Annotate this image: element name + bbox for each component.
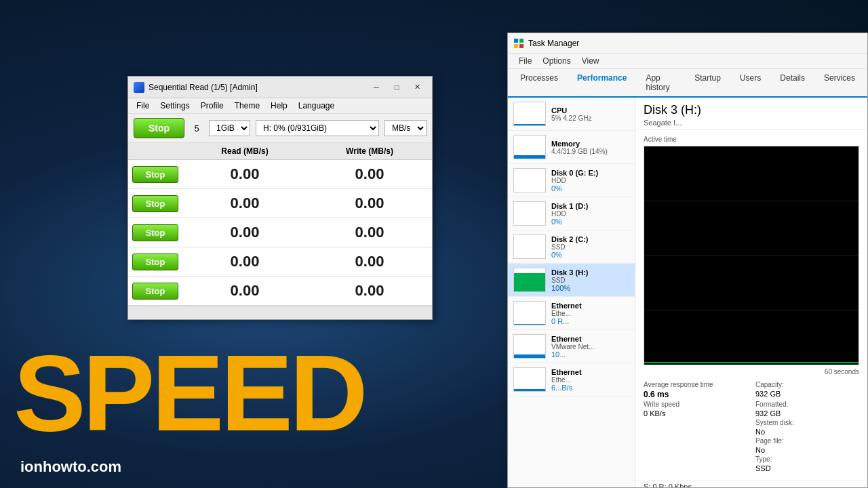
cdm-column-headers: Read (MB/s) Write (MB/s) [128,143,432,160]
sidebar-item-disk1[interactable]: Disk 1 (D:) HDD 0% [508,197,635,230]
cdm-app-icon [134,82,144,93]
cdm-window: Sequential Read (1/5) [Admin] ─ □ ✕ File… [127,76,433,320]
cdm-title: Sequential Read (1/5) [Admin] [149,83,367,92]
cdm-stop-button-4[interactable]: Stop [132,283,178,300]
cdm-read-value-4: 0.00 [182,277,307,305]
cdm-menu-help[interactable]: Help [265,100,293,112]
cdm-stop-button-2[interactable]: Stop [132,224,178,241]
cdm-maximize-button[interactable]: □ [387,81,406,94]
tm-window: Task Manager File Options View Processes… [507,33,868,488]
cdm-minimize-button[interactable]: ─ [367,81,386,94]
eth3-pct: 6...B/s [551,384,629,392]
tm-stat-avg-resp-label: Average response time [644,381,747,388]
cdm-stop-button-0[interactable]: Stop [132,166,178,183]
tm-stat-capacity-label: Capacity: [755,381,859,388]
cdm-write-value-1: 0.00 [307,189,432,218]
sidebar-item-eth3[interactable]: Ethernet Ethe... 6...B/s [508,363,635,396]
tm-main-content: Disk 3 (H:) Seagate I... Active time [635,98,867,488]
tm-stat-formatted-value: 932 GB [755,409,859,418]
tm-tabs: Processes Performance App history Startu… [508,69,867,98]
cdm-statusbar [128,306,432,319]
eth1-sub: Ethe... [551,310,629,317]
svg-rect-2 [514,44,518,48]
cdm-menu-theme[interactable]: Theme [229,100,265,112]
tm-disk-title: Disk 3 (H:) [644,103,859,117]
tab-services[interactable]: Services [814,69,865,98]
disk2-info: Disk 2 (C:) SSD 0% [551,235,629,259]
disk2-pct: 0% [551,251,629,259]
cdm-menu-file[interactable]: File [131,100,155,112]
tm-stat-capacity-value: 932 GB [755,390,859,399]
cdm-main-stop-button[interactable]: Stop [134,118,184,138]
tm-titlebar: Task Manager [508,33,867,54]
tm-app-icon [513,38,524,49]
tm-menu-view[interactable]: View [576,55,605,67]
eth2-label: Ethernet [551,335,629,343]
sidebar-item-disk3[interactable]: Disk 3 (H:) SSD 100% [508,264,635,297]
cdm-write-value-2: 0.00 [307,218,432,247]
cdm-menu-profile[interactable]: Profile [195,100,229,112]
memory-sub: 4.4/31.9 GB (14%) [551,148,629,155]
cdm-stop-button-1[interactable]: Stop [132,195,178,212]
eth1-info: Ethernet Ethe... 0 R... [551,302,629,325]
cdm-win-controls: ─ □ ✕ [367,81,427,94]
disk0-sub: HDD [551,177,629,184]
eth2-pct: 10... [551,350,629,359]
tm-menu-options[interactable]: Options [537,55,576,67]
memory-label: Memory [551,140,629,148]
tm-stat-pagefile-label: Page file: [755,437,859,445]
sidebar-item-eth2[interactable]: Ethernet VMware Net... 10... [508,330,635,363]
tab-processes[interactable]: Processes [511,69,568,98]
disk0-info: Disk 0 (G: E:) HDD 0% [551,169,629,192]
sidebar-item-memory[interactable]: Memory 4.4/31.9 GB (14%) [508,131,635,164]
tm-chart-area: Active time 60 seconds Average r [635,130,867,481]
tab-details[interactable]: Details [770,69,814,98]
tab-users[interactable]: Users [730,69,770,98]
disk3-pct: 100% [551,284,629,292]
tm-stat-write-label: Write speed [644,401,747,408]
disk2-label: Disk 2 (C:) [551,235,629,243]
cdm-header-col0 [128,145,182,157]
sidebar-item-eth1[interactable]: Ethernet Ethe... 0 R... [508,297,635,330]
svg-rect-1 [519,39,524,43]
tab-performance[interactable]: Performance [568,69,636,98]
cdm-size-select[interactable]: 1GiB [209,120,250,136]
disk3-thumbnail [513,268,546,292]
tm-stat-type-label: Type: [755,455,859,463]
tm-stat-avg-resp-value: 0.6 ms [644,390,747,399]
eth3-thumbnail [513,367,546,392]
cpu-label: CPU [551,106,629,115]
eth1-label: Ethernet [551,302,629,310]
sidebar-item-cpu[interactable]: CPU 5% 4.22 GHz [508,98,635,131]
disk3-label: Disk 3 (H:) [551,268,629,277]
watermark: ionhowto.com [20,458,121,476]
tm-menu-file[interactable]: File [513,55,537,67]
tab-app-history[interactable]: App history [636,69,685,98]
cdm-close-button[interactable]: ✕ [408,81,427,94]
tm-stats-panel: Average response time Capacity: 0.6 ms 9… [644,378,859,475]
tab-startup[interactable]: Startup [685,69,730,98]
tm-stat-empty1-value [644,428,747,436]
tm-stat-empty2 [644,437,747,445]
tm-stat-write-value: 0 KB/s [644,409,747,418]
cdm-read-value-3: 0.00 [182,247,307,276]
disk2-sub: SSD [551,243,629,251]
tm-content: CPU 5% 4.22 GHz Memory 4.4/31.9 GB (14%) [508,98,867,488]
memory-thumbnail [513,135,546,159]
disk1-label: Disk 1 (D:) [551,202,629,210]
tm-stat-empty3-value [644,464,747,472]
cdm-header-read: Read (MB/s) [182,145,307,157]
cdm-unit-select[interactable]: MB/s [384,120,427,136]
tm-disk-subtitle: Seagate I... [644,119,859,127]
cdm-menu-language[interactable]: Language [293,100,340,112]
cdm-drive-select[interactable]: H: 0% (0/931GiB) [256,120,379,136]
cdm-write-value-0: 0.00 [307,160,432,188]
cdm-toolbar: Stop 5 1GiB H: 0% (0/931GiB) MB/s [128,114,432,143]
cdm-menubar: File Settings Profile Theme Help Languag… [128,98,432,114]
cdm-stop-button-3[interactable]: Stop [132,253,178,270]
cdm-menu-settings[interactable]: Settings [155,100,195,112]
tm-title: Task Manager [528,39,862,48]
cdm-write-value-4: 0.00 [307,277,432,305]
sidebar-item-disk2[interactable]: Disk 2 (C:) SSD 0% [508,230,635,264]
sidebar-item-disk0[interactable]: Disk 0 (G: E:) HDD 0% [508,164,635,197]
